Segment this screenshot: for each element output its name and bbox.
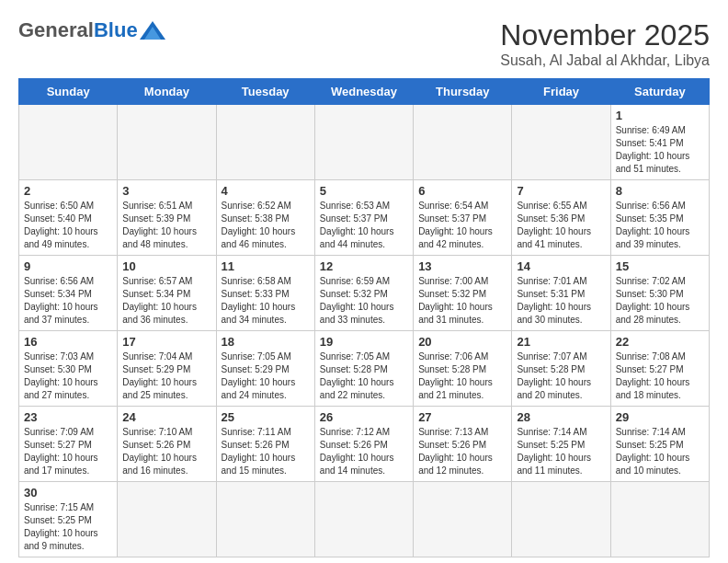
empty-cell [314,482,413,557]
table-row: 5Sunrise: 6:53 AMSunset: 5:37 PMDaylight… [314,180,413,256]
day-number: 5 [320,184,408,198]
header-monday: Monday [118,79,216,105]
header-thursday: Thursday [414,79,512,105]
table-row: 16Sunrise: 7:03 AMSunset: 5:30 PMDayligh… [19,331,118,407]
weekday-header-row: Sunday Monday Tuesday Wednesday Thursday… [19,79,710,105]
empty-cell [512,105,610,180]
table-row: 13Sunrise: 7:00 AMSunset: 5:32 PMDayligh… [414,256,512,331]
day-number: 20 [418,335,506,349]
calendar-week-6: 30Sunrise: 7:15 AMSunset: 5:25 PMDayligh… [19,482,710,557]
empty-cell [512,482,610,557]
table-row: 4Sunrise: 6:52 AMSunset: 5:38 PMDaylight… [216,180,314,256]
header-tuesday: Tuesday [216,79,314,105]
table-row: 15Sunrise: 7:02 AMSunset: 5:30 PMDayligh… [610,256,709,331]
header-friday: Friday [512,79,610,105]
header-saturday: Saturday [610,79,709,105]
day-number: 28 [517,410,605,424]
day-number: 7 [517,184,605,198]
location-title: Susah, Al Jabal al Akhdar, Libya [500,52,710,69]
table-row: 25Sunrise: 7:11 AMSunset: 5:26 PMDayligh… [216,407,314,482]
table-row: 29Sunrise: 7:14 AMSunset: 5:25 PMDayligh… [610,407,709,482]
day-info: Sunrise: 7:03 AMSunset: 5:30 PMDaylight:… [24,350,112,402]
logo-icon [140,21,165,40]
table-row: 28Sunrise: 7:14 AMSunset: 5:25 PMDayligh… [512,407,610,482]
day-info: Sunrise: 7:15 AMSunset: 5:25 PMDaylight:… [24,501,112,553]
table-row: 18Sunrise: 7:05 AMSunset: 5:29 PMDayligh… [216,331,314,407]
empty-cell [216,482,314,557]
empty-cell [118,482,216,557]
table-row: 24Sunrise: 7:10 AMSunset: 5:26 PMDayligh… [118,407,216,482]
empty-cell [610,482,709,557]
day-number: 18 [222,335,310,349]
day-number: 29 [616,410,704,424]
day-info: Sunrise: 7:05 AMSunset: 5:28 PMDaylight:… [320,350,408,402]
empty-cell [19,105,118,180]
day-info: Sunrise: 7:10 AMSunset: 5:26 PMDaylight:… [122,426,210,477]
table-row: 21Sunrise: 7:07 AMSunset: 5:28 PMDayligh… [512,331,610,407]
day-number: 8 [616,184,704,198]
table-row: 20Sunrise: 7:06 AMSunset: 5:28 PMDayligh… [414,331,512,407]
logo: General Blue [18,18,165,42]
calendar: Sunday Monday Tuesday Wednesday Thursday… [18,78,710,557]
day-info: Sunrise: 7:07 AMSunset: 5:28 PMDaylight:… [517,350,605,402]
day-number: 4 [222,184,310,198]
day-number: 22 [616,335,704,349]
day-number: 19 [320,335,408,349]
day-number: 30 [24,486,112,500]
day-info: Sunrise: 6:50 AMSunset: 5:40 PMDaylight:… [24,200,112,251]
empty-cell [414,105,512,180]
day-number: 13 [418,259,506,273]
logo-blue-text: Blue [94,18,138,42]
day-info: Sunrise: 6:55 AMSunset: 5:36 PMDaylight:… [517,200,605,251]
title-section: November 2025 Susah, Al Jabal al Akhdar,… [500,18,710,69]
table-row: 12Sunrise: 6:59 AMSunset: 5:32 PMDayligh… [314,256,413,331]
day-info: Sunrise: 6:54 AMSunset: 5:37 PMDaylight:… [418,200,506,251]
day-info: Sunrise: 7:06 AMSunset: 5:28 PMDaylight:… [418,350,506,402]
day-info: Sunrise: 7:02 AMSunset: 5:30 PMDaylight:… [616,275,704,327]
table-row: 6Sunrise: 6:54 AMSunset: 5:37 PMDaylight… [414,180,512,256]
table-row: 8Sunrise: 6:56 AMSunset: 5:35 PMDaylight… [610,180,709,256]
month-title: November 2025 [500,18,710,52]
day-number: 11 [222,259,310,273]
day-info: Sunrise: 7:14 AMSunset: 5:25 PMDaylight:… [616,426,704,477]
day-info: Sunrise: 6:53 AMSunset: 5:37 PMDaylight:… [320,200,408,251]
day-info: Sunrise: 7:09 AMSunset: 5:27 PMDaylight:… [24,426,112,477]
header-wednesday: Wednesday [314,79,413,105]
day-info: Sunrise: 6:57 AMSunset: 5:34 PMDaylight:… [122,275,210,327]
header: General Blue November 2025 Susah, Al Jab… [18,18,710,69]
day-number: 6 [418,184,506,198]
table-row: 2Sunrise: 6:50 AMSunset: 5:40 PMDaylight… [19,180,118,256]
day-info: Sunrise: 6:49 AMSunset: 5:41 PMDaylight:… [616,124,704,176]
day-info: Sunrise: 7:12 AMSunset: 5:26 PMDaylight:… [320,426,408,477]
table-row: 17Sunrise: 7:04 AMSunset: 5:29 PMDayligh… [118,331,216,407]
day-info: Sunrise: 6:51 AMSunset: 5:39 PMDaylight:… [122,200,210,251]
calendar-week-5: 23Sunrise: 7:09 AMSunset: 5:27 PMDayligh… [19,407,710,482]
empty-cell [216,105,314,180]
table-row: 22Sunrise: 7:08 AMSunset: 5:27 PMDayligh… [610,331,709,407]
table-row: 9Sunrise: 6:56 AMSunset: 5:34 PMDaylight… [19,256,118,331]
day-info: Sunrise: 7:08 AMSunset: 5:27 PMDaylight:… [616,350,704,402]
day-number: 1 [616,109,704,122]
table-row: 10Sunrise: 6:57 AMSunset: 5:34 PMDayligh… [118,256,216,331]
table-row: 14Sunrise: 7:01 AMSunset: 5:31 PMDayligh… [512,256,610,331]
table-row: 23Sunrise: 7:09 AMSunset: 5:27 PMDayligh… [19,407,118,482]
day-number: 3 [122,184,210,198]
day-info: Sunrise: 6:52 AMSunset: 5:38 PMDaylight:… [222,200,310,251]
day-info: Sunrise: 6:58 AMSunset: 5:33 PMDaylight:… [222,275,310,327]
day-info: Sunrise: 6:56 AMSunset: 5:34 PMDaylight:… [24,275,112,327]
table-row: 11Sunrise: 6:58 AMSunset: 5:33 PMDayligh… [216,256,314,331]
table-row: 27Sunrise: 7:13 AMSunset: 5:26 PMDayligh… [414,407,512,482]
calendar-week-2: 2Sunrise: 6:50 AMSunset: 5:40 PMDaylight… [19,180,710,256]
day-info: Sunrise: 7:01 AMSunset: 5:31 PMDaylight:… [517,275,605,327]
day-number: 26 [320,410,408,424]
day-number: 17 [122,335,210,349]
day-number: 16 [24,335,112,349]
day-info: Sunrise: 6:56 AMSunset: 5:35 PMDaylight:… [616,200,704,251]
day-number: 27 [418,410,506,424]
calendar-week-1: 1Sunrise: 6:49 AMSunset: 5:41 PMDaylight… [19,105,710,180]
table-row: 1Sunrise: 6:49 AMSunset: 5:41 PMDaylight… [610,105,709,180]
table-row: 7Sunrise: 6:55 AMSunset: 5:36 PMDaylight… [512,180,610,256]
day-number: 10 [122,259,210,273]
day-number: 9 [24,259,112,273]
table-row: 30Sunrise: 7:15 AMSunset: 5:25 PMDayligh… [19,482,118,557]
